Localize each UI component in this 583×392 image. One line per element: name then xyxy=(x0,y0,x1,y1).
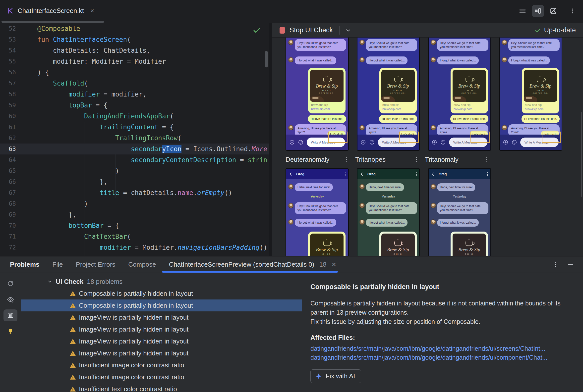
code-line[interactable]: 65 ) xyxy=(0,166,269,176)
code-line[interactable]: 64 secondaryContentDescription = strin xyxy=(0,154,269,166)
panel-options-icon[interactable] xyxy=(552,262,559,268)
problem-item[interactable]: Composable is partially hidden in layout xyxy=(21,288,302,300)
preview-phone-sim[interactable]: Hey! Should we go to that cafe you menti… xyxy=(428,38,491,151)
canvas-scrollbar[interactable] xyxy=(581,112,582,197)
back-icon[interactable] xyxy=(360,172,364,176)
emoji-icon[interactable] xyxy=(298,140,304,145)
problem-group-uicheck[interactable]: UI Check 18 problems xyxy=(21,276,302,288)
design-view-button[interactable] xyxy=(547,5,559,17)
preview-eye-icon[interactable] xyxy=(4,294,18,306)
affected-file-link[interactable]: datingandfriends/src/main/java/com/ibm/g… xyxy=(311,353,583,362)
brew-sip-image: Brew & Sip OHIO COFFEE CO. xyxy=(310,234,344,256)
code-line[interactable]: 68 ) xyxy=(0,198,269,209)
code-editor[interactable]: 52@Composable53fun ChatInterfaceScreen(5… xyxy=(0,23,269,256)
editor-scrollbar[interactable] xyxy=(265,51,268,68)
quickfix-bulb-icon[interactable] xyxy=(4,325,18,337)
emoji-icon[interactable] xyxy=(369,140,375,145)
code-line[interactable]: 62 TrailingIconsRow( xyxy=(0,132,269,144)
add-icon[interactable] xyxy=(432,140,437,145)
tab-compose[interactable]: Compose xyxy=(128,261,156,268)
chat-bubble: I'd love that! It's this one. xyxy=(379,115,417,123)
tab-chatinterfacescreen[interactable]: ChatInterfaceScreen.kt × xyxy=(0,0,101,22)
preview-menu-icon[interactable] xyxy=(416,157,417,162)
chat-menu-icon[interactable] xyxy=(416,172,417,176)
tab-uicheck-preview[interactable]: ChatInterfaceScreenPreview (sortedChatDe… xyxy=(169,256,337,272)
tab-close-icon[interactable]: ✕ xyxy=(331,261,336,268)
preview-row-1: Hey! Should we go to that cafe you menti… xyxy=(285,38,562,151)
code-line[interactable]: 57 Scaffold( xyxy=(0,78,269,89)
date-separator: Yesterday xyxy=(358,195,419,198)
problem-item[interactable]: Insufficient image color contrast ratio xyxy=(21,359,302,371)
problem-item[interactable]: Insufficient image color contrast ratio xyxy=(21,371,302,383)
chat-menu-icon[interactable] xyxy=(487,172,488,176)
preview-phone-sim[interactable]: Hey! Should we go to that cafe you menti… xyxy=(357,38,420,151)
code-line[interactable]: 59 topBar = { xyxy=(0,100,269,111)
problem-item[interactable]: ImageView is partially hidden in layout xyxy=(21,312,302,323)
add-icon[interactable] xyxy=(503,140,508,145)
chat-bubble: I forgot what it was called... xyxy=(437,219,479,226)
code-area: 52@Composable53fun ChatInterfaceScreen(5… xyxy=(0,23,269,256)
tab-scrollbar[interactable] xyxy=(2,21,104,23)
problem-title: Composable is partially hidden in layout xyxy=(311,283,583,291)
code-line[interactable]: 60 DatingAndFriendsAppBar( xyxy=(0,111,269,122)
affected-file-link[interactable]: datingandfriends/src/main/java/com/ibm/g… xyxy=(311,344,583,353)
code-view-button[interactable] xyxy=(516,5,528,17)
code-line[interactable]: 53fun ChatInterfaceScreen( xyxy=(0,34,269,45)
minimize-icon[interactable] xyxy=(567,261,574,268)
preview-menu-icon[interactable] xyxy=(346,157,347,162)
code-line[interactable]: 55 modifier: Modifier = Modifier xyxy=(0,56,269,67)
preview-phone-deuteranomaly[interactable]: Greg Haha, next time for sure! Yesterday… xyxy=(285,168,349,256)
code-line[interactable]: 54 chatDetails: ChatDetails, xyxy=(0,45,269,56)
preview-phone-tritanomaly[interactable]: Greg Haha, next time for sure! Yesterday… xyxy=(428,168,491,256)
chevron-down-icon[interactable] xyxy=(345,27,352,34)
problem-item[interactable]: ImageView is partially hidden in layout xyxy=(21,335,302,347)
split-view-button[interactable] xyxy=(532,5,544,17)
code-line[interactable]: 72 modifier = Modifier.navigationBarsPad… xyxy=(0,242,269,253)
code-line[interactable]: 73 onAddClick = {} xyxy=(0,253,269,256)
code-line[interactable]: 69 }, xyxy=(0,209,269,220)
code-line[interactable]: 58 modifier = modifier, xyxy=(0,89,269,100)
preview-canvas[interactable]: Hey! Should we go to that cafe you menti… xyxy=(272,38,583,256)
more-options-icon[interactable] xyxy=(566,5,578,17)
code-line[interactable]: 56) { xyxy=(0,67,269,78)
inspection-ok-icon[interactable] xyxy=(252,26,261,34)
tab-file[interactable]: File xyxy=(53,261,63,268)
tab-project-errors[interactable]: Project Errors xyxy=(76,261,115,268)
problem-item[interactable]: ImageView is partially hidden in layout xyxy=(21,347,302,359)
preview-phone-original[interactable]: Hey! Should we go to that cafe you menti… xyxy=(285,38,349,151)
add-icon[interactable] xyxy=(289,140,295,145)
refresh-icon[interactable] xyxy=(4,278,18,290)
chat-bubble: Hey! Should we go to that cafe you menti… xyxy=(366,39,417,51)
code-line[interactable]: 63 secondaryIcon = Icons.Outlined.More xyxy=(0,144,269,154)
tool-window-title[interactable]: Problems xyxy=(10,261,40,268)
chat-bubble: Hey! Should we go to that cafe you menti… xyxy=(295,202,346,214)
code-line[interactable]: 66 }, xyxy=(0,176,269,187)
code-line[interactable]: 71 ChatTextBar( xyxy=(0,231,269,242)
problem-item-selected[interactable]: Composable is partially hidden in layout xyxy=(21,300,302,312)
back-icon[interactable] xyxy=(289,172,293,176)
preview-menu-icon[interactable] xyxy=(486,157,487,162)
fix-with-ai-button[interactable]: Fix with AI xyxy=(311,369,361,383)
details-view-toggle[interactable] xyxy=(4,310,18,321)
emoji-icon[interactable] xyxy=(511,140,517,145)
code-line[interactable]: 67 title = chatDetails.name.orEmpty() xyxy=(0,187,269,198)
line-number: 69 xyxy=(0,209,16,220)
preview-phone-sim[interactable]: Hey! Should we go to that cafe you menti… xyxy=(499,38,562,151)
problem-item[interactable]: ImageView is partially hidden in layout xyxy=(21,323,302,335)
editor-preview-splitter[interactable] xyxy=(269,23,272,256)
add-icon[interactable] xyxy=(361,140,366,145)
avatar xyxy=(288,184,294,189)
link-card: Brew & Sip OHIO COFFEE CO. brew and sip … xyxy=(522,68,559,114)
back-icon[interactable] xyxy=(431,172,435,176)
preview-phone-tritanopes[interactable]: Greg Haha, next time for sure! Yesterday… xyxy=(357,168,420,256)
ai-sparkle-icon xyxy=(315,373,322,380)
problem-item[interactable]: Insufficient text color contrast ratio xyxy=(21,383,302,392)
code-line[interactable]: 61 trailingContent = { xyxy=(0,122,269,132)
code-line[interactable]: 52@Composable xyxy=(0,23,269,34)
emoji-icon[interactable] xyxy=(440,140,446,145)
tab-close-icon[interactable]: × xyxy=(90,7,94,15)
ui-check-highlight xyxy=(470,132,490,143)
chat-menu-icon[interactable] xyxy=(345,172,346,176)
stop-ui-check-button[interactable]: Stop UI Check xyxy=(279,26,333,34)
code-line[interactable]: 70 bottomBar = { xyxy=(0,220,269,231)
